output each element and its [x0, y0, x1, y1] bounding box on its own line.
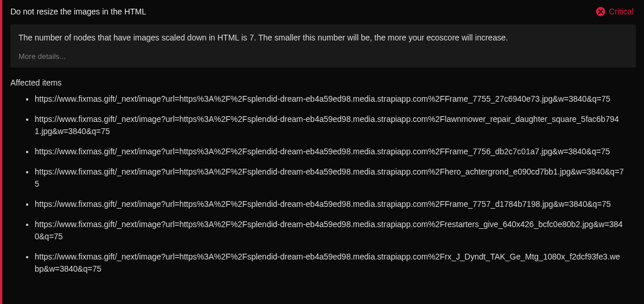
severity-badge: Critical: [596, 7, 634, 16]
critical-icon: [596, 7, 605, 16]
description-text: The number of nodes that have images sca…: [18, 32, 628, 44]
severity-label: Critical: [609, 7, 634, 16]
audit-title: Do not resize the images in the HTML: [10, 7, 146, 16]
more-details-link[interactable]: More details...: [18, 52, 628, 61]
list-item: https://www.fixmas.gift/_next/image?url=…: [35, 198, 636, 210]
panel-header: Do not resize the images in the HTML Cri…: [10, 7, 636, 16]
list-item: https://www.fixmas.gift/_next/image?url=…: [35, 146, 636, 158]
list-item: https://www.fixmas.gift/_next/image?url=…: [35, 113, 636, 138]
affected-items-label: Affected items: [10, 78, 636, 87]
list-item: https://www.fixmas.gift/_next/image?url=…: [35, 218, 636, 243]
list-item: https://www.fixmas.gift/_next/image?url=…: [35, 166, 636, 190]
description-box: The number of nodes that have images sca…: [10, 24, 636, 68]
affected-items-list: https://www.fixmas.gift/_next/image?url=…: [10, 93, 636, 275]
list-item: https://www.fixmas.gift/_next/image?url=…: [35, 251, 636, 275]
list-item: https://www.fixmas.gift/_next/image?url=…: [35, 93, 636, 105]
audit-panel: Do not resize the images in the HTML Cri…: [0, 0, 644, 304]
